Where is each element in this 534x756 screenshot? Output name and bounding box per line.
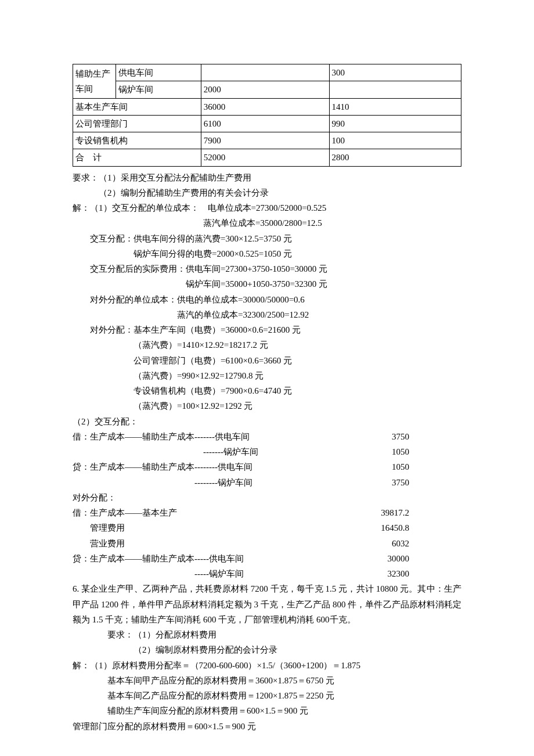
solution-line: 辅助生产车间应分配的原材料费用＝600×1.5＝900 元 — [73, 703, 461, 718]
table-row: 合 计 52000 2800 — [73, 149, 461, 166]
section-title: （2）交互分配： — [73, 414, 461, 429]
solution-line: 公司管理部门（电费）=6100×0.6=3660 元 — [73, 353, 461, 368]
entry-text: -----锅炉车间 — [73, 566, 244, 581]
entry-text: -------锅炉车间 — [73, 444, 258, 459]
solution-line: 锅炉车间=35000+1050-3750=32300 元 — [73, 276, 461, 291]
cell: 辅助生产车间 — [73, 64, 116, 99]
journal-entry: 借：生产成本——辅助生产成本-------供电车间 3750 — [73, 429, 461, 444]
solution-line: 对外分配的单位成本：供电的单位成本=30000/50000=0.6 — [73, 292, 461, 307]
solution-line: 基本车间乙产品应分配的原材料费用＝1200×1.875＝2250 元 — [73, 688, 461, 703]
entry-text: 营业费用 — [73, 536, 125, 551]
question-6-text: 6. 某企业生产甲、乙两种产品，共耗费原材料 7200 千克，每千克 1.5 元… — [73, 581, 461, 627]
solution-line: （蒸汽费）=990×12.92=12790.8 元 — [73, 368, 461, 383]
solution-line: （蒸汽费）=1410×12.92=18217.2 元 — [73, 337, 461, 352]
journal-entry: 借：生产成本——基本生产 39817.2 — [73, 505, 461, 520]
entry-amount: 1050 — [392, 459, 461, 474]
table-row: 专设销售机构 7900 100 — [73, 132, 461, 149]
journal-entry: 管理费用 16450.8 — [73, 520, 461, 535]
requirement-line: （2）编制原材料费用分配的会计分录 — [73, 642, 461, 657]
journal-entry: 贷：生产成本——辅助生产成本--------供电车间 1050 — [73, 459, 461, 474]
requirement-line: 要求：（1）分配原材料费用 — [73, 627, 461, 642]
cell: 6100 — [201, 115, 329, 132]
cell — [201, 64, 329, 81]
entry-amount: 1050 — [392, 444, 461, 459]
cell — [329, 81, 461, 98]
table-row: 辅助生产车间 供电车间 300 — [73, 64, 461, 81]
entry-text: 借：生产成本——基本生产 — [73, 505, 177, 520]
entry-amount: 3750 — [392, 475, 461, 490]
solution-line: 基本车间甲产品应分配的原材料费用＝3600×1.875＝6750 元 — [73, 673, 461, 688]
solution-line: 解：（1）交互分配的单位成本： 电单位成本=27300/52000=0.525 — [73, 200, 461, 215]
solution-line: 锅炉车间分得的电费=2000×0.525=1050 元 — [73, 246, 461, 261]
entry-text: 贷：生产成本——辅助生产成本--------供电车间 — [73, 459, 252, 474]
requirement-line: （2）编制分配辅助生产费用的有关会计分录 — [73, 185, 461, 200]
cell: 供电车间 — [116, 64, 201, 81]
entry-amount: 6032 — [392, 536, 461, 551]
journal-entry: -----锅炉车间 32300 — [73, 566, 461, 581]
entry-amount: 30000 — [388, 551, 462, 566]
table-row: 锅炉车间 2000 — [73, 81, 461, 98]
journal-entry: 贷：生产成本——辅助生产成本-----供电车间 30000 — [73, 551, 461, 566]
solution-line: 对外分配：基本生产车间（电费）=36000×0.6=21600 元 — [73, 322, 461, 337]
cell: 2800 — [329, 149, 461, 166]
solution-line: 解：（1）原材料费用分配率＝（7200-600-600）×1.5/（3600+1… — [73, 658, 461, 673]
cell: 锅炉车间 — [116, 81, 201, 98]
table-row: 公司管理部门 6100 990 — [73, 115, 461, 132]
cell: 公司管理部门 — [73, 115, 201, 132]
entry-amount: 3750 — [392, 429, 461, 444]
solution-line: 交互分配：供电车间分得的蒸汽费=300×12.5=3750 元 — [73, 231, 461, 246]
solution-line: 蒸汽的单位成本=32300/2500=12.92 — [73, 307, 461, 322]
cell: 7900 — [201, 132, 329, 149]
entry-text: 贷：生产成本——辅助生产成本-----供电车间 — [73, 551, 244, 566]
cell: 100 — [329, 132, 461, 149]
entry-text: --------锅炉车间 — [73, 475, 252, 490]
cell: 1410 — [329, 98, 461, 115]
solution-line: 管理部门应分配的原材料费用＝600×1.5＝900 元 — [73, 719, 461, 734]
journal-entry: -------锅炉车间 1050 — [73, 444, 461, 459]
cell: 基本生产车间 — [73, 98, 201, 115]
cell: 2000 — [201, 81, 329, 98]
entry-text: 管理费用 — [73, 520, 125, 535]
solution-line: 专设销售机构（电费）=7900×0.6=4740 元 — [73, 383, 461, 398]
cell: 专设销售机构 — [73, 132, 201, 149]
section-title: 对外分配： — [73, 490, 461, 505]
requirement-line: 要求：（1）采用交互分配法分配辅助生产费用 — [73, 170, 461, 185]
solution-line: 蒸汽单位成本=35000/2800=12.5 — [73, 215, 461, 231]
entry-text: 借：生产成本——辅助生产成本-------供电车间 — [73, 429, 250, 444]
solution-line: （蒸汽费）=100×12.92=1292 元 — [73, 398, 461, 413]
cell: 36000 — [201, 98, 329, 115]
journal-entry: 营业费用 6032 — [73, 536, 461, 551]
entry-amount: 39817.2 — [381, 505, 461, 520]
entry-amount: 32300 — [388, 566, 462, 581]
table-row: 基本生产车间 36000 1410 — [73, 98, 461, 115]
cell: 合 计 — [73, 149, 201, 166]
allocation-table: 辅助生产车间 供电车间 300 锅炉车间 2000 基本生产车间 36000 1… — [73, 64, 461, 167]
journal-entry: --------锅炉车间 3750 — [73, 475, 461, 490]
entry-amount: 16450.8 — [381, 520, 461, 535]
cell: 52000 — [201, 149, 329, 166]
cell: 300 — [329, 64, 461, 81]
cell: 990 — [329, 115, 461, 132]
solution-line: 交互分配后的实际费用：供电车间=27300+3750-1050=30000 元 — [73, 261, 461, 276]
